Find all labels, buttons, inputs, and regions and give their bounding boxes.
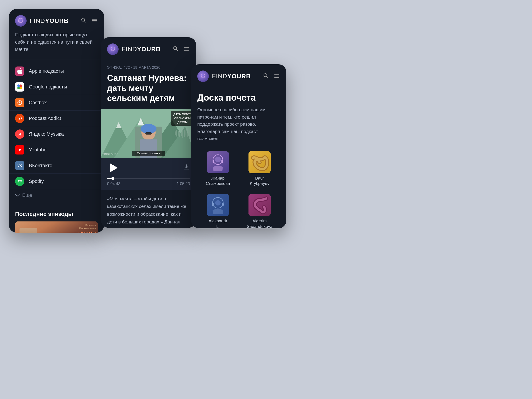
chevron-down-icon	[15, 194, 19, 197]
svg-rect-61	[213, 160, 214, 163]
episode-title: Салтанат Нуриева: дать мечту сельским де…	[101, 71, 196, 109]
logo-avatar	[15, 15, 27, 27]
svg-rect-29	[114, 49, 115, 50]
quote-section: «Моя мечта – чтобы дети в казахстанских …	[101, 190, 196, 228]
patron-avatar-aigerim	[248, 194, 271, 216]
header-icons-c3	[262, 72, 280, 80]
castbox-label: Castbox	[29, 100, 47, 106]
episode-thumb-title: ГИБРАТТЫГҮМҮРЫ	[78, 231, 96, 233]
platform-item-podcast-addict[interactable]: Podcast Addict	[9, 111, 104, 126]
download-icon	[183, 164, 190, 170]
google-label: Google подкасты	[29, 84, 67, 90]
patron-avatar-zhanar	[207, 151, 229, 173]
progress-bar[interactable]	[101, 178, 196, 180]
episode-thumbnail[interactable]: БижамалРаназановнын ГИБРАТТЫГҮМҮРЫ FINDY…	[15, 222, 98, 233]
time-row: 0:04:43 1:05:23	[101, 180, 196, 190]
search-icon-c3	[263, 73, 268, 78]
card-sidebar: FINDYOURB Подкаст о людях, которые ищут …	[9, 9, 104, 233]
time-current: 0:04:43	[107, 182, 120, 186]
search-button[interactable]	[80, 17, 87, 25]
svg-rect-67	[212, 203, 214, 206]
menu-button-c2[interactable]	[183, 45, 190, 53]
spotify-label: Spotify	[29, 178, 44, 184]
cover-title-overlay: ДАТЬ МЕЧТУСЕЛЬСКИМДЕТЯМ	[171, 111, 194, 126]
cover-brand-watermark: FINDYOURB	[103, 153, 118, 156]
search-button-c2[interactable]	[172, 45, 179, 53]
recent-episodes-title: Последние эпизоды	[9, 205, 104, 222]
more-label: Еще	[22, 192, 32, 198]
podcast-addict-icon	[15, 114, 24, 123]
search-icon-c2	[173, 46, 178, 51]
svg-point-63	[215, 157, 221, 162]
header-c2: FINDYOURB	[101, 37, 196, 59]
svg-line-15	[21, 101, 21, 102]
header: FINDYOURB	[9, 9, 104, 31]
platform-item-apple[interactable]: Apple подкасты	[9, 63, 104, 79]
brand-name: FINDYOURB	[30, 17, 77, 24]
progress-fill	[107, 178, 113, 179]
svg-rect-68	[222, 203, 224, 206]
hamburger-icon-c2	[184, 47, 189, 51]
platform-item-google[interactable]: Google подкасты	[9, 79, 104, 95]
platform-list: Apple подкасты Google подкасты	[9, 59, 104, 205]
apple-label: Apple подкасты	[29, 68, 64, 74]
header-icons	[80, 17, 98, 25]
svg-point-13	[19, 102, 20, 103]
progress-knob	[111, 177, 114, 180]
svg-text:Я: Я	[18, 132, 21, 136]
castbox-icon	[15, 98, 24, 107]
youtube-icon	[15, 145, 24, 154]
hamburger-icon-c3	[274, 74, 279, 78]
patron-name-baur: BaurKrykpayev	[250, 176, 270, 186]
hamburger-icon	[92, 19, 97, 22]
honor-description: Огромное спасибо всем нашим патронам и т…	[191, 106, 286, 148]
yandex-icon: Я	[15, 129, 24, 139]
platform-item-youtube[interactable]: Youtube	[9, 142, 104, 158]
svg-point-69	[215, 200, 221, 205]
svg-line-55	[267, 76, 268, 78]
vk-icon: VK	[15, 161, 24, 170]
brand-name-c3: FINDYOURB	[212, 73, 259, 80]
svg-line-31	[177, 50, 178, 51]
patron-aleksandr: AleksandrLi	[197, 190, 239, 228]
progress-track	[107, 178, 190, 179]
brand-name-c2: FINDYOURB	[122, 46, 169, 53]
svg-text:Салтанат Нуриева: Салтанат Нуриева	[137, 152, 160, 155]
google-icon	[15, 82, 24, 92]
platform-item-castbox[interactable]: Castbox	[9, 95, 104, 111]
patron-zhanar: ЖанарСламбекова	[197, 148, 239, 190]
menu-button[interactable]	[91, 17, 98, 25]
patron-name-zhanar: ЖанарСламбекова	[206, 176, 230, 186]
platform-item-spotify[interactable]: Spotify	[9, 174, 104, 189]
more-button[interactable]: Еще	[9, 189, 104, 201]
honor-title: Доска почета	[191, 86, 286, 106]
podcast-addict-label: Podcast Addict	[29, 115, 61, 121]
tagline: Подкаст о людях, которые ищут себя и не …	[9, 31, 104, 59]
platform-item-yandex[interactable]: Я Яндекс.Музыка	[9, 126, 104, 142]
svg-rect-53	[204, 76, 205, 77]
headphones-icon	[17, 17, 24, 24]
menu-button-c3[interactable]	[273, 72, 280, 80]
cover-image: Салтанат Нуриева ДАТЬ МЕЧТУСЕЛЬСКИМДЕТЯМ…	[101, 109, 196, 158]
search-icon	[81, 18, 86, 23]
platform-item-vk[interactable]: VK ВКонтакте	[9, 158, 104, 174]
patrons-grid: ЖанарСламбекова BaurKrykpayev	[191, 148, 286, 228]
patron-avatar-baur	[248, 151, 271, 173]
download-button[interactable]	[183, 164, 190, 171]
svg-line-16	[21, 103, 21, 104]
search-button-c3[interactable]	[262, 72, 269, 80]
svg-rect-1	[18, 20, 19, 22]
player-section: 0:04:43 1:05:23	[101, 158, 196, 190]
play-button[interactable]	[108, 162, 119, 174]
yandex-label: Яндекс.Музыка	[29, 131, 64, 137]
patron-name-aigerim: AigerimSagandukova	[247, 218, 272, 228]
waveform	[175, 128, 190, 138]
play-icon	[110, 163, 118, 172]
svg-text:VK: VK	[18, 164, 22, 167]
patron-avatar-aleksandr	[207, 194, 229, 216]
time-total: 1:05:23	[177, 182, 190, 186]
player-controls	[101, 158, 196, 178]
quote-text: «Моя мечта – чтобы дети в казахстанских …	[107, 195, 190, 226]
svg-rect-62	[222, 160, 223, 163]
header-icons-c2	[172, 45, 190, 53]
